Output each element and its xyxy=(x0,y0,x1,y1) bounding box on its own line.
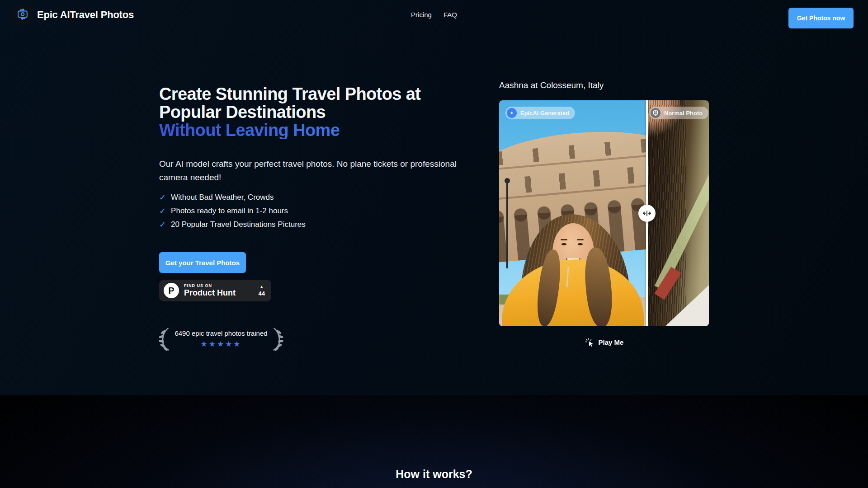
get-photos-now-button[interactable]: Get Photos now xyxy=(788,8,854,28)
checklist-item: ✓ 20 Popular Travel Destinations Picture… xyxy=(159,218,476,231)
how-it-works-section: How it works? xyxy=(0,395,868,488)
before-after-comparison[interactable]: ✦ EpicAI Generated Normal Photo xyxy=(499,100,709,326)
checklist-item: ✓ Without Bad Weather, Crowds xyxy=(159,191,476,204)
product-hunt-text: FIND US ON Product Hunt xyxy=(184,283,236,298)
hero-title-line2: Popular Destinations xyxy=(159,103,326,122)
comparison-slider-handle[interactable] xyxy=(638,205,656,222)
sparkle-icon: ✦ xyxy=(507,108,517,118)
upvote-count: 44 xyxy=(259,291,265,296)
five-stars: ★★★★★ xyxy=(200,339,241,349)
get-your-travel-photos-button[interactable]: Get your Travel Photos xyxy=(159,252,246,273)
social-proof-center: 6490 epic travel photos trained ★★★★★ xyxy=(175,329,267,349)
checklist-item: ✓ Photos ready to email in 1-2 hours xyxy=(159,204,476,218)
hero-description: Our AI model crafts your perfect travel … xyxy=(159,157,471,184)
how-it-works-title: How it works? xyxy=(0,468,868,481)
product-hunt-name: Product Hunt xyxy=(184,288,236,298)
laurel-left-icon xyxy=(158,326,172,352)
hero-title-line1: Create Stunning Travel Photos at xyxy=(159,84,420,103)
ai-generated-photo xyxy=(499,100,646,326)
hero-title: Create Stunning Travel Photos at Popular… xyxy=(159,85,476,139)
showcase-caption: Aashna at Colosseum, Italy xyxy=(499,80,604,90)
click-cursor-icon xyxy=(585,337,594,347)
trained-count-text: 6490 epic travel photos trained xyxy=(175,329,267,337)
product-hunt-upvote[interactable]: ▲ 44 xyxy=(259,285,265,296)
checklist-item-label: Photos ready to email in 1-2 hours xyxy=(171,206,288,216)
upvote-triangle-icon: ▲ xyxy=(259,285,264,289)
play-me-label: Play Me xyxy=(599,338,624,346)
page: Epic AITravel Photos Pricing FAQ Get Pho… xyxy=(0,0,868,488)
normal-label-text: Normal Photo xyxy=(664,110,703,117)
product-hunt-kicker: FIND US ON xyxy=(184,283,236,288)
normal-photo-label: Normal Photo xyxy=(649,107,708,119)
check-icon: ✓ xyxy=(159,192,166,202)
normal-photo xyxy=(648,100,709,326)
checklist-item-label: Without Bad Weather, Crowds xyxy=(171,193,274,202)
product-hunt-logo-icon: P xyxy=(164,283,179,298)
ai-label-text: EpicAI Generated xyxy=(520,110,569,117)
laurel-right-icon xyxy=(270,326,284,352)
social-proof: 6490 epic travel photos trained ★★★★★ xyxy=(159,326,283,352)
lamppost xyxy=(506,183,508,268)
brand-title: Epic AITravel Photos xyxy=(37,9,134,21)
product-hunt-badge[interactable]: P FIND US ON Product Hunt ▲ 44 xyxy=(159,280,271,301)
ai-generated-label: ✦ EpicAI Generated xyxy=(505,107,575,119)
check-icon: ✓ xyxy=(159,206,166,216)
nav-pricing[interactable]: Pricing xyxy=(411,11,432,19)
checklist-item-label: 20 Popular Travel Destinations Pictures xyxy=(171,220,306,229)
nav-faq[interactable]: FAQ xyxy=(443,11,457,19)
header: Epic AITravel Photos Pricing FAQ Get Pho… xyxy=(0,0,868,30)
check-icon: ✓ xyxy=(159,220,166,230)
left-right-arrows-icon xyxy=(642,208,652,218)
play-me[interactable]: Play Me xyxy=(499,337,709,347)
hero-title-highlight: Without Leaving Home xyxy=(159,121,476,139)
hero-section: Create Stunning Travel Photos at Popular… xyxy=(159,85,476,352)
benefits-checklist: ✓ Without Bad Weather, Crowds ✓ Photos r… xyxy=(159,191,476,231)
main-nav: Pricing FAQ xyxy=(411,11,457,19)
brand-logo[interactable] xyxy=(14,6,32,24)
camera-flip-icon xyxy=(16,8,29,22)
photo-icon xyxy=(651,108,660,118)
